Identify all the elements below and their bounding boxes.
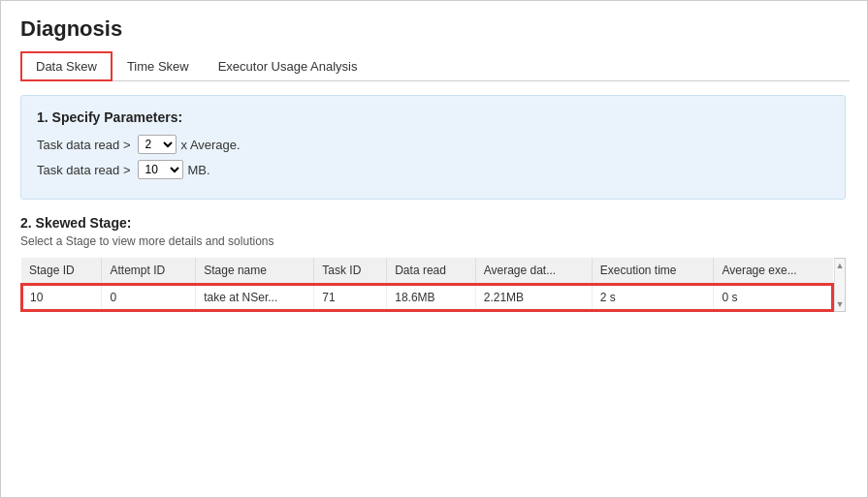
cell-task-id: 71 [314,284,387,311]
param1-label: Task data read > [37,138,130,152]
col-stage-id: Stage ID [21,258,102,284]
col-stage-name: Stage name [196,258,314,284]
param-row-2: Task data read > 5 10 20 50 100 MB. [37,160,829,179]
tabs-bar: Data Skew Time Skew Executor Usage Analy… [20,51,850,81]
cell-avg-data: 2.21MB [475,284,592,311]
table-wrap: Stage ID Attempt ID Stage name Task ID D… [20,258,834,312]
col-attempt-id: Attempt ID [102,258,196,284]
col-task-id: Task ID [314,258,387,284]
tab-executor-usage[interactable]: Executor Usage Analysis [204,52,372,80]
param2-label: Task data read > [37,163,130,177]
cell-stage-name: take at NSer... [196,284,314,311]
table-row[interactable]: 10 0 take at NSer... 71 18.6MB 2.21MB 2 … [21,284,833,311]
section1-box: 1. Specify Parameters: Task data read > … [20,95,846,200]
table-header-row: Stage ID Attempt ID Stage name Task ID D… [21,258,833,284]
cell-exec-time: 2 s [592,284,714,311]
cell-attempt-id: 0 [102,284,196,311]
param2-suffix: MB. [187,163,209,177]
param2-select[interactable]: 5 10 20 50 100 [138,160,183,179]
content-area: 1. Specify Parameters: Task data read > … [20,81,850,498]
section2-box: 2. Skewed Stage: Select a Stage to view … [20,215,846,312]
cell-avg-exec: 0 s [714,284,833,311]
page-title: Diagnosis [20,16,850,42]
col-avg-exec: Average exe... [714,258,833,284]
cell-data-read: 18.6MB [387,284,476,311]
scrollbar-up-arrow[interactable]: ▲ [836,259,845,272]
param-row-1: Task data read > 1 2 3 5 10 x Average. [37,135,829,154]
table-outer: Stage ID Attempt ID Stage name Task ID D… [20,258,846,312]
tab-time-skew[interactable]: Time Skew [113,52,204,80]
section1-title: 1. Specify Parameters: [37,109,829,125]
table-scrollbar: ▲ ▼ [834,258,846,312]
col-data-read: Data read [387,258,476,284]
col-avg-data: Average dat... [475,258,592,284]
param1-suffix: x Average. [180,138,240,152]
cell-stage-id: 10 [21,284,102,311]
param1-select[interactable]: 1 2 3 5 10 [138,135,177,154]
col-exec-time: Execution time [592,258,714,284]
page-container: Diagnosis Data Skew Time Skew Executor U… [1,1,868,498]
skewed-stage-table: Stage ID Attempt ID Stage name Task ID D… [20,258,834,312]
section2-subtitle: Select a Stage to view more details and … [20,234,846,248]
scrollbar-down-arrow[interactable]: ▼ [836,297,845,311]
tab-data-skew[interactable]: Data Skew [20,51,113,81]
section2-title: 2. Skewed Stage: [20,215,846,231]
